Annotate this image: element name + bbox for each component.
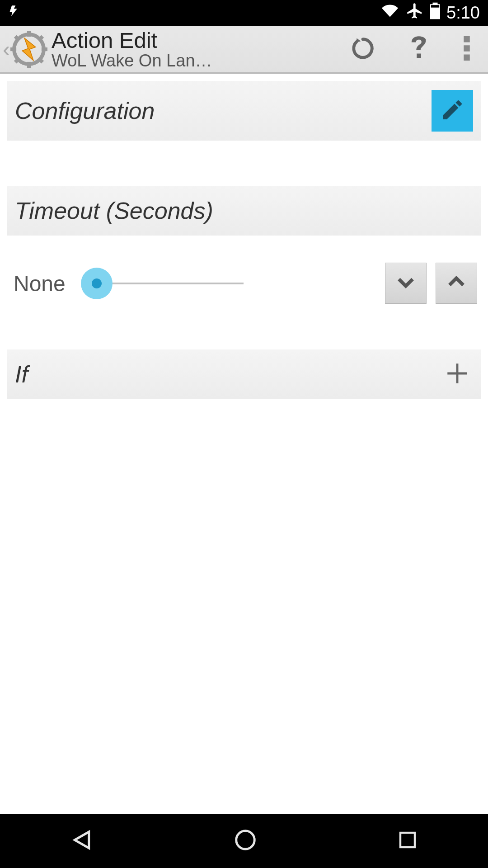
- content-area: Configuration Timeout (Seconds) None: [0, 74, 488, 399]
- section-configuration: Configuration: [7, 81, 481, 141]
- configuration-label: Configuration: [15, 97, 155, 124]
- chevron-down-icon: [394, 270, 418, 296]
- refresh-button[interactable]: [351, 36, 375, 62]
- section-timeout: Timeout (Seconds): [7, 186, 481, 236]
- svg-rect-13: [464, 45, 470, 52]
- page-subtitle: WoL Wake On Lan…: [52, 51, 351, 71]
- svg-rect-14: [464, 54, 470, 61]
- timeout-value: None: [14, 271, 77, 296]
- airplane-icon: [406, 2, 424, 24]
- app-logo-icon: [8, 28, 50, 70]
- svg-rect-12: [464, 36, 470, 42]
- timeout-increment-button[interactable]: [436, 263, 477, 304]
- svg-rect-4: [27, 31, 31, 37]
- timeout-decrement-button[interactable]: [385, 263, 427, 304]
- timeout-control-row: None: [0, 236, 488, 331]
- wifi-icon: [380, 3, 399, 23]
- svg-point-17: [236, 831, 255, 849]
- nav-back-button[interactable]: [70, 828, 94, 854]
- chevron-up-icon: [445, 270, 468, 296]
- add-condition-button[interactable]: [441, 359, 473, 390]
- battery-icon: [430, 2, 440, 24]
- bolt-icon: [8, 1, 21, 25]
- section-if: If: [7, 349, 481, 399]
- status-bar: 5:10: [0, 0, 488, 26]
- status-time: 5:10: [446, 3, 480, 23]
- app-action-bar: ‹ Action Edit WoL Wake On Lan…: [0, 26, 488, 74]
- if-label: If: [15, 361, 28, 388]
- timeout-label: Timeout (Seconds): [15, 197, 213, 224]
- system-nav-bar: [0, 814, 488, 868]
- overflow-menu-button[interactable]: [464, 36, 470, 62]
- edit-configuration-button[interactable]: [432, 90, 473, 132]
- slider-thumb[interactable]: [81, 268, 113, 299]
- page-title: Action Edit: [52, 28, 351, 53]
- timeout-slider[interactable]: [97, 283, 244, 284]
- svg-rect-1: [433, 3, 438, 5]
- svg-rect-2: [431, 5, 439, 8]
- nav-recent-button[interactable]: [397, 829, 418, 853]
- svg-rect-18: [400, 833, 415, 847]
- back-button[interactable]: ‹: [3, 28, 50, 70]
- svg-rect-7: [42, 47, 47, 51]
- help-button[interactable]: [409, 34, 430, 64]
- svg-rect-6: [10, 47, 16, 51]
- nav-home-button[interactable]: [233, 828, 258, 854]
- svg-rect-5: [27, 61, 31, 67]
- plus-icon: [444, 360, 470, 388]
- pencil-icon: [440, 97, 465, 124]
